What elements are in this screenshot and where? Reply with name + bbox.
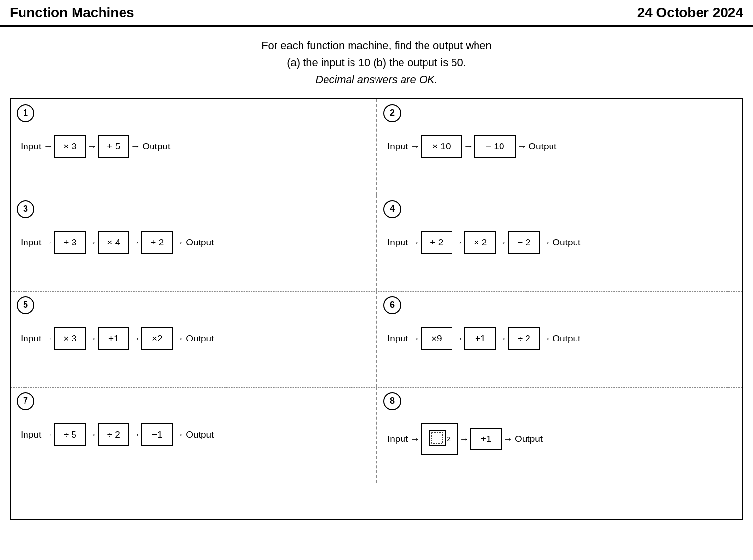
question-3: 3 Input → + 3 → × 4 → + 2 → Output — [11, 195, 376, 291]
question-2: 2 Input → × 10 → − 10 → Output — [376, 99, 742, 195]
page: Function Machines 24 October 2024 For ea… — [0, 0, 753, 560]
output-label-6: Output — [552, 333, 580, 344]
input-label-3: Input — [21, 237, 41, 248]
question-6: 6 Input → ×9 → +1 → ÷ 2 → Output — [376, 292, 742, 387]
header: Function Machines 24 October 2024 — [0, 0, 753, 27]
question-number-4: 4 — [383, 200, 401, 218]
fm-box-6-1: ×9 — [421, 327, 452, 350]
output-label-7: Output — [186, 429, 214, 440]
fm-box-5-3: ×2 — [141, 327, 173, 350]
output-label-3: Output — [186, 237, 214, 248]
output-label-5: Output — [186, 333, 214, 344]
question-number-7: 7 — [17, 392, 34, 410]
fm-row-8: Input → 2 → — [387, 423, 732, 455]
fm-box-2-2: − 10 — [474, 135, 516, 158]
svg-rect-1 — [432, 433, 443, 443]
main-content: 1 Input → × 3 → + 5 → Output 2 Input → ×… — [10, 98, 743, 520]
instruction-line2: (a) the input is 10 (b) the output is 50… — [0, 54, 753, 71]
header-date: 24 October 2024 — [637, 5, 743, 21]
fm-box-7-3: −1 — [141, 423, 173, 446]
fm-box-3-2: × 4 — [98, 231, 129, 254]
question-number-6: 6 — [383, 296, 401, 314]
fm-box-4-3: − 2 — [508, 231, 540, 254]
page-title: Function Machines — [10, 5, 134, 21]
input-label-6: Input — [387, 333, 408, 344]
output-label-2: Output — [528, 141, 556, 152]
fm-row-4: Input → + 2 → × 2 → − 2 → Output — [387, 231, 732, 254]
fm-box-8-1: 2 — [421, 423, 458, 455]
output-label-4: Output — [552, 237, 580, 248]
fm-row-5: Input → × 3 → +1 → ×2 → Output — [21, 327, 367, 350]
fm-row-3: Input → + 3 → × 4 → + 2 → Output — [21, 231, 367, 254]
question-8: 8 Input → 2 — [376, 388, 742, 483]
fm-box-6-3: ÷ 2 — [508, 327, 540, 350]
question-number-3: 3 — [17, 200, 34, 218]
fm-box-3-3: + 2 — [141, 231, 173, 254]
output-label-1: Output — [142, 141, 170, 152]
question-1: 1 Input → × 3 → + 5 → Output — [11, 99, 376, 195]
fm-box-7-2: ÷ 2 — [98, 423, 129, 446]
question-5: 5 Input → × 3 → +1 → ×2 → Output — [11, 292, 376, 387]
fm-box-2-1: × 10 — [421, 135, 462, 158]
output-label-8: Output — [515, 434, 543, 444]
question-number-2: 2 — [383, 104, 401, 122]
instruction-line3: Decimal answers are OK. — [0, 71, 753, 88]
input-label-2: Input — [387, 141, 408, 152]
fm-box-3-1: + 3 — [54, 231, 86, 254]
fm-box-7-1: ÷ 5 — [54, 423, 86, 446]
fm-row-1: Input → × 3 → + 5 → Output — [21, 135, 367, 158]
question-number-5: 5 — [17, 296, 34, 314]
fm-box-8-2: +1 — [470, 428, 502, 450]
instructions: For each function machine, find the outp… — [0, 27, 753, 94]
fm-box-1-2: + 5 — [98, 135, 129, 158]
fm-box-6-2: +1 — [464, 327, 496, 350]
fm-row-7: Input → ÷ 5 → ÷ 2 → −1 → Output — [21, 423, 367, 446]
fm-box-5-1: × 3 — [54, 327, 86, 350]
question-7: 7 Input → ÷ 5 → ÷ 2 → −1 → Output — [11, 388, 376, 483]
fm-box-5-2: +1 — [98, 327, 129, 350]
fm-box-1-1: × 3 — [54, 135, 86, 158]
fm-box-4-2: × 2 — [464, 231, 496, 254]
fm-box-4-1: + 2 — [421, 231, 452, 254]
fm-row-2: Input → × 10 → − 10 → Output — [387, 135, 732, 158]
input-label-5: Input — [21, 333, 41, 344]
question-4: 4 Input → + 2 → × 2 → − 2 → Output — [376, 195, 742, 291]
question-number-1: 1 — [17, 104, 34, 122]
fm-row-6: Input → ×9 → +1 → ÷ 2 → Output — [387, 327, 732, 350]
input-label-8: Input — [387, 434, 408, 444]
instruction-line1: For each function machine, find the outp… — [0, 37, 753, 54]
input-label-7: Input — [21, 429, 41, 440]
square-icon — [428, 429, 446, 449]
input-label-1: Input — [21, 141, 41, 152]
question-number-8: 8 — [383, 392, 401, 410]
input-label-4: Input — [387, 237, 408, 248]
